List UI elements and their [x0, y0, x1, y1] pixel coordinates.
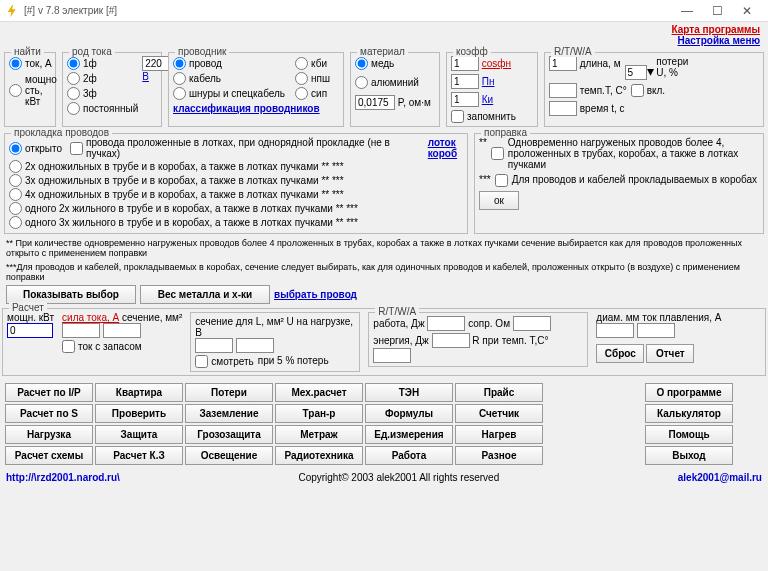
load-button[interactable]: Нагрузка: [5, 425, 93, 444]
ki-input[interactable]: [451, 92, 479, 107]
cable-radio[interactable]: [173, 72, 186, 85]
ground-button[interactable]: Заземление: [185, 404, 273, 423]
lightning-button[interactable]: Грозозащита: [185, 425, 273, 444]
misc-button[interactable]: Разное: [455, 446, 543, 465]
shortcircuit-button[interactable]: Расчет К.З: [95, 446, 183, 465]
titlebar: [#] v 7.8 электрик [#] — ☐ ✕: [0, 0, 768, 22]
loss-input[interactable]: [625, 65, 647, 80]
apartment-button[interactable]: Квартира: [95, 383, 183, 402]
heat-button[interactable]: Нагрев: [455, 425, 543, 444]
sip-radio[interactable]: [295, 87, 308, 100]
power-input[interactable]: [7, 323, 53, 338]
about-button[interactable]: О программе: [645, 383, 733, 402]
section-l-panel: сечение для L, мм² U на нагрузке, В смот…: [190, 312, 360, 372]
aluminum-radio[interactable]: [355, 76, 368, 89]
calc-ip-button[interactable]: Расчет по I/P: [5, 383, 93, 402]
pn-input[interactable]: [451, 74, 479, 89]
diam-input[interactable]: [596, 323, 634, 338]
work-input[interactable]: [427, 316, 465, 331]
tray-link[interactable]: лоток короб: [428, 137, 463, 159]
find-power-radio[interactable]: [9, 84, 22, 97]
reserve-check[interactable]: [62, 340, 75, 353]
view-check[interactable]: [195, 355, 208, 368]
losses-button[interactable]: Потери: [185, 383, 273, 402]
rtemp-input[interactable]: [373, 348, 411, 363]
metal-weight-button[interactable]: Вес металла и x-ки: [140, 285, 270, 304]
copper-radio[interactable]: [355, 57, 368, 70]
length-input[interactable]: [549, 56, 577, 71]
remember-check[interactable]: [451, 110, 464, 123]
lay-tray-note-check[interactable]: [70, 142, 83, 155]
footer-url[interactable]: http://\rzd2001.narod.ru\: [6, 472, 120, 483]
radio-button[interactable]: Радиотехника: [275, 446, 363, 465]
footer: http://\rzd2001.narod.ru\ Copyright© 200…: [0, 470, 768, 485]
incl-check[interactable]: [631, 84, 644, 97]
uload-input[interactable]: [236, 338, 274, 353]
maximize-button[interactable]: ☐: [702, 4, 732, 18]
time-input[interactable]: [549, 101, 577, 116]
formulas-button[interactable]: Формулы: [365, 404, 453, 423]
voltage-unit-link[interactable]: В: [142, 71, 149, 82]
footer-mail[interactable]: alek2001@mail.ru: [678, 472, 762, 483]
material-panel: материал медь алюминий P, ом·м: [350, 52, 440, 127]
mech-button[interactable]: Мех.расчет: [275, 383, 363, 402]
program-map-link[interactable]: Карта программы: [8, 24, 760, 35]
trans-button[interactable]: Тран-р: [275, 404, 363, 423]
npsh-radio[interactable]: [295, 72, 308, 85]
current-type-panel: род тока 1ф 2ф 3ф постоянный В: [62, 52, 162, 127]
resistivity-input[interactable]: [355, 95, 395, 110]
reset-button[interactable]: Сброс: [596, 344, 644, 363]
units-button[interactable]: Ед.измерения: [365, 425, 453, 444]
price-button[interactable]: Прайс: [455, 383, 543, 402]
scheme-button[interactable]: Расчет схемы: [5, 446, 93, 465]
corr1-check[interactable]: [491, 137, 504, 170]
counter-button[interactable]: Счетчик: [455, 404, 543, 423]
cosfi-input[interactable]: [451, 56, 479, 71]
calc-s-button[interactable]: Расчет по S: [5, 404, 93, 423]
calculator-button[interactable]: Калькулятор: [645, 404, 733, 423]
lay5-radio[interactable]: [9, 202, 22, 215]
report-button[interactable]: Отчет: [646, 344, 694, 363]
close-button[interactable]: ✕: [732, 4, 762, 18]
exit-button[interactable]: Выход: [645, 446, 733, 465]
help-button[interactable]: Помощь: [645, 425, 733, 444]
lay2-radio[interactable]: [9, 160, 22, 173]
dc-radio[interactable]: [67, 102, 80, 115]
correction-panel: поправка **Одновременно нагруженых прово…: [474, 133, 764, 234]
lighting-button[interactable]: Освещение: [185, 446, 273, 465]
ten-button[interactable]: ТЭН: [365, 383, 453, 402]
choose-wire-link[interactable]: выбрать провод: [274, 289, 357, 300]
cord-radio[interactable]: [173, 87, 186, 100]
work-button[interactable]: Работа: [365, 446, 453, 465]
correction-ok-button[interactable]: ок: [479, 191, 519, 210]
app-icon: [6, 4, 20, 18]
lay6-radio[interactable]: [9, 216, 22, 229]
wire-radio[interactable]: [173, 57, 186, 70]
energy-input[interactable]: [432, 333, 470, 348]
corr2-check[interactable]: [495, 174, 508, 187]
secl-input[interactable]: [195, 338, 233, 353]
lay4-radio[interactable]: [9, 188, 22, 201]
menu-settings-link[interactable]: Настройка меню: [8, 35, 760, 46]
temp-input[interactable]: [549, 83, 577, 98]
lay-open-radio[interactable]: [9, 142, 22, 155]
dropdown-icon[interactable]: ▾: [647, 63, 654, 79]
classification-link[interactable]: классификация проводников: [173, 103, 339, 114]
kbi-radio[interactable]: [295, 57, 308, 70]
melt-input[interactable]: [637, 323, 675, 338]
check-button[interactable]: Проверить: [95, 404, 183, 423]
phase1-radio[interactable]: [67, 57, 80, 70]
phase3-radio[interactable]: [67, 87, 80, 100]
section-input[interactable]: [103, 323, 141, 338]
top-links: Карта программы Настройка меню: [0, 22, 768, 48]
protect-button[interactable]: Защита: [95, 425, 183, 444]
res-input[interactable]: [513, 316, 551, 331]
coeff-panel: коэфф cosфн Пн Ки запомнить: [446, 52, 538, 127]
phase2-radio[interactable]: [67, 72, 80, 85]
amp-input[interactable]: [62, 323, 100, 338]
lay3-radio[interactable]: [9, 174, 22, 187]
length-button[interactable]: Метраж: [275, 425, 363, 444]
find-panel: найти ток, А мощно сть, кВт: [4, 52, 56, 127]
minimize-button[interactable]: —: [672, 4, 702, 18]
find-current-radio[interactable]: [9, 57, 22, 70]
